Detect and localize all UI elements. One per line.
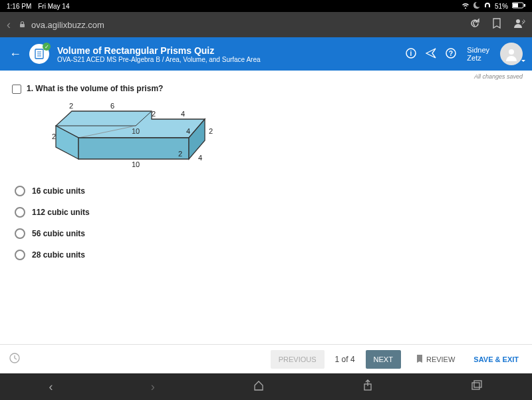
reload-icon[interactable] [469, 18, 480, 31]
battery-percent: 51% [495, 3, 508, 10]
svg-text:2: 2 [178, 150, 182, 158]
avatar[interactable] [500, 43, 523, 65]
save-status: All changes saved [0, 71, 532, 81]
send-icon[interactable] [426, 48, 436, 61]
svg-rect-3 [20, 24, 25, 27]
svg-rect-34 [472, 383, 479, 389]
review-button[interactable]: REVIEW [408, 349, 463, 370]
quiz-subtitle: OVA-S21 ACED MS Pre-Algebra B / Area, Vo… [57, 56, 261, 63]
pager-text: 1 of 4 [331, 355, 359, 364]
svg-rect-35 [474, 381, 481, 387]
nav-home-icon[interactable] [253, 379, 265, 395]
back-button[interactable]: ← [9, 47, 21, 61]
bookmark-toggle[interactable] [12, 85, 21, 94]
radio-icon [15, 250, 25, 260]
flag-icon [416, 354, 424, 365]
svg-text:4: 4 [198, 154, 202, 162]
url-bar[interactable]: ova.agilixbuzz.com [19, 20, 104, 30]
nav-forward-icon[interactable]: › [151, 380, 155, 394]
ipad-status-bar: 1:16 PM Fri May 14 51% [0, 0, 532, 12]
svg-text:?: ? [449, 49, 453, 57]
question-content: 1. What is the volume of this prism? 2 6… [0, 81, 532, 344]
radio-icon [15, 228, 25, 239]
user-name: Sidney Zetz [467, 46, 489, 62]
choice-label: 56 cubic units [32, 229, 85, 238]
status-day: Fri May 14 [38, 3, 69, 10]
browser-back-icon[interactable]: ‹ [7, 18, 11, 32]
svg-rect-1 [513, 3, 518, 7]
svg-text:i: i [410, 50, 412, 57]
choice-label: 28 cubic units [32, 250, 85, 260]
save-exit-button[interactable]: SAVE & EXIT [469, 350, 523, 369]
status-time: 1:16 PM [7, 3, 31, 10]
wifi-icon [462, 2, 469, 10]
svg-text:6: 6 [110, 102, 114, 110]
battery-icon [512, 2, 525, 10]
info-icon[interactable]: i [406, 48, 416, 61]
question-text: 1. What is the volume of this prism? [27, 84, 163, 93]
check-icon: ✓ [43, 43, 51, 51]
svg-point-13 [509, 49, 514, 55]
previous-button[interactable]: PREVIOUS [271, 350, 325, 369]
svg-text:10: 10 [132, 127, 140, 135]
clock-icon[interactable] [9, 353, 20, 366]
svg-text:2: 2 [69, 102, 73, 110]
choice-label: 16 cubic units [32, 186, 85, 196]
svg-text:4: 4 [186, 127, 190, 135]
answer-choices: 16 cubic units 112 cubic units 56 cubic … [15, 186, 520, 260]
url-text: ova.agilixbuzz.com [31, 20, 104, 30]
help-icon[interactable]: ? [446, 48, 456, 61]
quiz-footer: PREVIOUS 1 of 4 NEXT REVIEW SAVE & EXIT [0, 344, 532, 373]
choice-label: 112 cubic units [32, 208, 90, 217]
nav-tabs-icon[interactable] [471, 380, 483, 394]
account-icon[interactable] [513, 18, 525, 31]
radio-icon [15, 207, 25, 218]
choice-option[interactable]: 28 cubic units [15, 250, 520, 260]
svg-marker-19 [78, 138, 189, 159]
nav-back-icon[interactable]: ‹ [49, 380, 53, 394]
svg-rect-2 [524, 4, 525, 7]
svg-point-4 [516, 19, 520, 23]
next-button[interactable]: NEXT [366, 350, 401, 369]
svg-text:10: 10 [132, 160, 140, 168]
choice-option[interactable]: 16 cubic units [15, 186, 520, 196]
lock-icon [19, 20, 26, 30]
browser-toolbar: ‹ ova.agilixbuzz.com [0, 12, 532, 37]
headphone-icon [484, 2, 491, 10]
choice-option[interactable]: 56 cubic units [15, 228, 520, 239]
prism-figure: 2 6 2 4 2 10 4 2 10 2 4 [39, 99, 520, 175]
app-header: ← ✓ Volume of Rectangular Prisms Quiz OV… [0, 37, 532, 71]
radio-icon [15, 186, 25, 196]
bookmark-icon[interactable] [492, 18, 501, 31]
quiz-title: Volume of Rectangular Prisms Quiz [57, 45, 261, 56]
svg-text:2: 2 [209, 127, 213, 135]
nav-share-icon[interactable] [362, 379, 373, 395]
quiz-icon: ✓ [29, 44, 49, 64]
ipad-nav-bar: ‹ › [0, 373, 532, 400]
choice-option[interactable]: 112 cubic units [15, 207, 520, 218]
moon-icon [473, 2, 480, 10]
svg-text:4: 4 [181, 110, 185, 118]
svg-text:2: 2 [152, 110, 156, 118]
svg-text:2: 2 [52, 132, 56, 140]
